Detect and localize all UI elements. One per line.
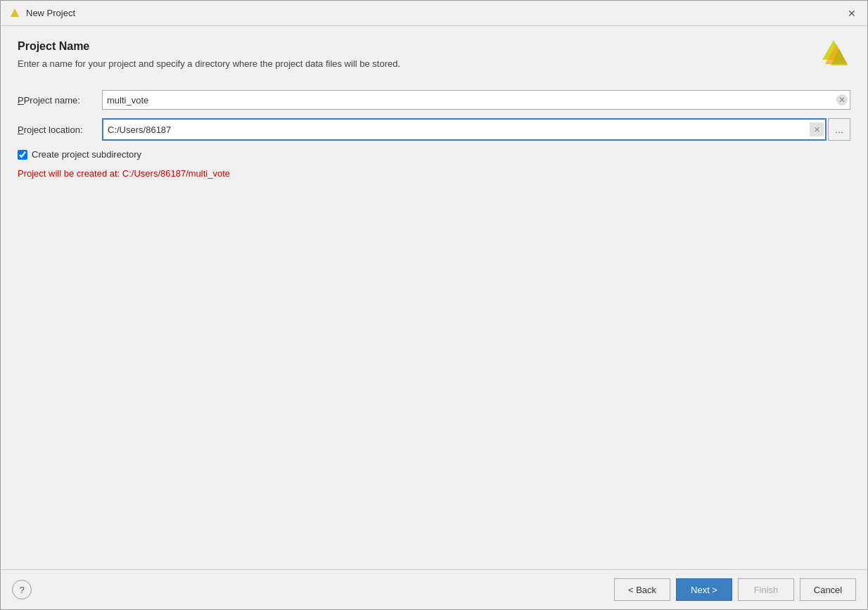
project-name-input-wrapper: ✕	[102, 90, 850, 110]
cancel-button[interactable]: Cancel	[800, 578, 856, 601]
new-project-dialog: New Project ✕ Project Name Enter a name …	[0, 0, 868, 610]
dialog-body: Project Name Enter a name for your proje…	[1, 26, 867, 569]
project-name-label: PProject name:	[18, 95, 102, 106]
project-location-input[interactable]	[103, 120, 810, 139]
project-location-label: Project location:	[18, 125, 102, 135]
close-button[interactable]: ✕	[845, 6, 859, 20]
window-title: New Project	[26, 8, 75, 18]
back-button[interactable]: < Back	[614, 578, 670, 601]
form-area: PProject name: ✕ Project location: ✕	[18, 90, 850, 179]
footer-right: < Back Next > Finish Cancel	[614, 578, 856, 601]
checkbox-row: Create project subdirectory	[18, 149, 850, 160]
section-desc: Enter a name for your project and specif…	[18, 58, 850, 69]
project-name-input[interactable]	[102, 90, 850, 110]
project-name-clear-button[interactable]: ✕	[836, 94, 848, 106]
project-location-input-inner: ✕	[102, 118, 826, 141]
dialog-footer: ? < Back Next > Finish Cancel	[1, 569, 867, 609]
app-logo	[817, 37, 850, 71]
next-button[interactable]: Next >	[676, 578, 732, 601]
logo-area	[817, 37, 850, 73]
app-icon	[9, 8, 20, 19]
project-location-clear-button[interactable]: ✕	[810, 122, 824, 136]
finish-button[interactable]: Finish	[738, 578, 794, 601]
create-subdirectory-checkbox[interactable]	[18, 150, 27, 160]
project-path-prefix: Project will be created at:	[18, 168, 122, 179]
title-bar-left: New Project	[9, 8, 75, 19]
project-name-row: PProject name: ✕	[18, 90, 850, 110]
help-button[interactable]: ?	[12, 580, 32, 599]
project-path-display: Project will be created at: C:/Users/861…	[18, 168, 850, 179]
footer-left: ?	[12, 580, 32, 599]
project-path-value: C:/Users/86187/multi_vote	[122, 168, 230, 179]
project-location-input-wrapper: ✕ …	[102, 118, 850, 141]
project-location-row: Project location: ✕ …	[18, 118, 850, 141]
title-bar: New Project ✕	[1, 1, 867, 26]
browse-button[interactable]: …	[828, 118, 850, 141]
section-title: Project Name	[18, 40, 850, 53]
create-subdirectory-label: Create project subdirectory	[32, 149, 141, 160]
